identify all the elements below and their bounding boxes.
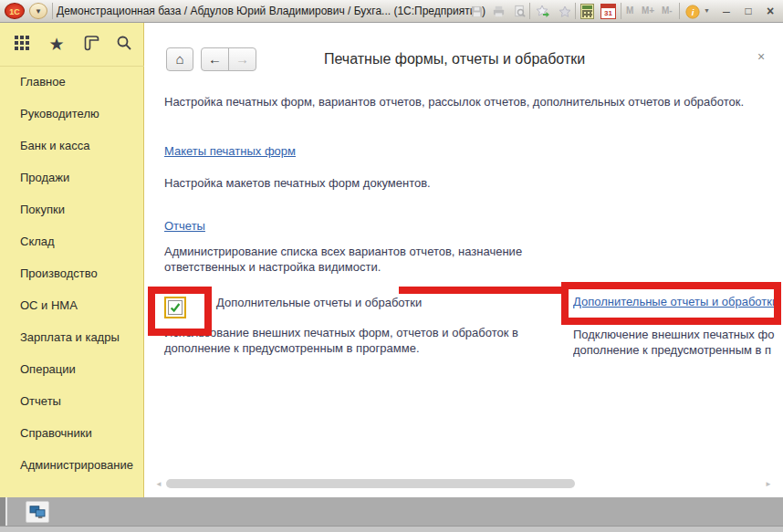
separator — [52, 3, 53, 19]
separator — [621, 3, 621, 19]
calendar-icon[interactable]: 31 — [600, 4, 616, 19]
sidebar-item-zarplata-i-kadry[interactable]: Зарплата и кадры — [20, 330, 139, 344]
separator — [529, 3, 530, 19]
page-title: Печатные формы, отчеты и обработки — [324, 51, 585, 68]
maximize-button[interactable]: □ — [738, 2, 758, 20]
sidebar-item-spravochniki[interactable]: Справочники — [20, 426, 139, 440]
monitors-icon — [29, 505, 46, 519]
reports-description-line2: ответственных и настройка видимости. — [164, 260, 381, 274]
favorites-icon[interactable] — [557, 4, 573, 20]
close-button[interactable]: × — [760, 2, 780, 20]
sidebar-item-pokupki[interactable]: Покупки — [20, 203, 139, 216]
print-preview-icon[interactable] — [511, 4, 527, 20]
sidebar-item-glavnoe[interactable]: Главное — [20, 75, 139, 89]
memory-recall-button[interactable]: M — [626, 5, 633, 16]
sidebar-item-prodazhi[interactable]: Продажи — [20, 171, 139, 184]
memory-plus-button[interactable]: M+ — [642, 5, 654, 16]
history-icon[interactable] — [80, 34, 102, 56]
annotation-checkbox-highlight — [148, 287, 212, 336]
back-button[interactable]: ← — [201, 47, 229, 71]
save-icon[interactable] — [468, 4, 485, 20]
annotation-link-highlight — [561, 282, 781, 325]
scroll-right-icon[interactable]: ► — [765, 480, 772, 488]
forward-button[interactable]: → — [228, 47, 256, 71]
sidebar-item-otchety[interactable]: Отчеты — [20, 394, 139, 408]
reports-link[interactable]: Отчеты — [164, 219, 205, 233]
client-connection-button[interactable] — [26, 501, 49, 523]
horizontal-scrollbar-thumb[interactable] — [166, 479, 575, 488]
calculator-icon[interactable] — [580, 4, 594, 19]
1c-logo-icon: 1С — [5, 3, 25, 19]
sidebar-toolbar: ★ — [0, 23, 144, 67]
favorites-star-icon[interactable]: ★ — [46, 34, 68, 56]
search-icon[interactable] — [113, 34, 135, 56]
memory-minus-button[interactable]: M- — [662, 5, 673, 16]
info-icon[interactable]: i — [684, 4, 701, 20]
additional-reports-checkbox-label: Дополнительные отчеты и обработки — [216, 296, 422, 309]
intro-text: Настройка печатных форм, вариантов отчет… — [164, 95, 744, 109]
add-to-favorites-icon[interactable] — [535, 4, 551, 20]
print-form-layouts-link[interactable]: Макеты печатных форм — [164, 144, 296, 158]
info-caret-icon[interactable]: ▼ — [704, 7, 710, 14]
main-menu-button[interactable]: ▼ — [29, 3, 47, 19]
annotation-connector-line — [399, 287, 565, 294]
sidebar-item-bank-i-kassa[interactable]: Банк и касса — [20, 139, 139, 152]
additional-reports-description-line2: дополнение к предусмотренным в программе… — [164, 341, 420, 355]
calendar-day-label: 31 — [601, 8, 615, 18]
additional-reports-link-description-line1: Подключение внешних печатных фо — [573, 328, 774, 341]
reports-description-line1: Администрирование списка всех вариантов … — [164, 245, 522, 258]
title-bar: 1С ▼ Демонстрационная база / Абдулов Юри… — [0, 0, 783, 23]
svg-text:i: i — [692, 7, 694, 17]
sidebar-item-administrirovanie[interactable]: Администрирование — [20, 458, 139, 472]
taskbar-strip — [0, 526, 783, 532]
separator — [679, 3, 680, 19]
sidebar-item-sklad[interactable]: Склад — [20, 235, 139, 248]
sections-sidebar: ★ Главное Руководителю Банк и касса Прод… — [0, 23, 144, 497]
close-page-icon[interactable]: × — [754, 49, 768, 64]
sidebar-item-rukovoditelyu[interactable]: Руководителю — [20, 107, 139, 120]
print-icon[interactable] — [490, 4, 506, 20]
window-title: Демонстрационная база / Абдулов Юрий Вла… — [57, 5, 485, 17]
sidebar-item-operatsii[interactable]: Операции — [20, 362, 139, 376]
sidebar-item-os-i-nma[interactable]: ОС и НМА — [20, 298, 139, 312]
scroll-left-icon[interactable]: ◄ — [155, 480, 162, 488]
bottom-bar — [0, 497, 783, 532]
additional-reports-link-description-line2: дополнение к предусмотренным в п — [573, 343, 771, 357]
sidebar-item-proizvodstvo[interactable]: Производство — [20, 266, 139, 280]
horizontal-scrollbar: ◄ ► — [155, 478, 772, 490]
additional-reports-description-line1: Использование внешних печатных форм, отч… — [164, 326, 518, 339]
print-form-layouts-description: Настройка макетов печатных форм документ… — [164, 176, 431, 190]
main-panel: ⌂ ← → Печатные формы, отчеты и обработки… — [144, 23, 783, 497]
minimize-button[interactable]: – — [716, 2, 736, 20]
home-button[interactable]: ⌂ — [166, 47, 193, 71]
app-window: 1С ▼ Демонстрационная база / Абдулов Юри… — [0, 0, 783, 532]
menu-grid-icon[interactable] — [11, 34, 33, 56]
separator — [575, 3, 576, 19]
